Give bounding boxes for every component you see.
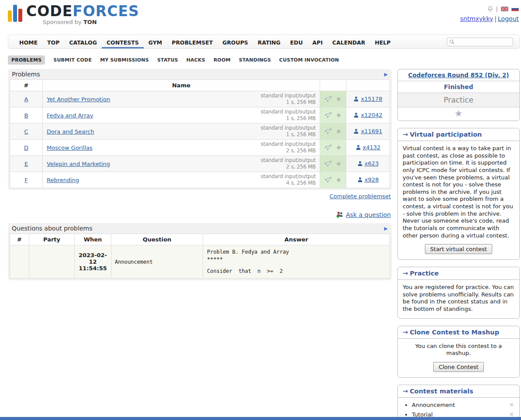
tab-room[interactable]: ROOM: [214, 57, 231, 63]
solved-count-link[interactable]: x11691: [353, 128, 382, 134]
nav-item-rating[interactable]: RATING: [253, 35, 285, 48]
favorite-star-icon[interactable]: ★: [336, 111, 342, 119]
clone-mashup-box: →Clone Contest to Mashup You can clone t…: [397, 326, 520, 378]
header-right: | sntmxykky|Logout: [460, 3, 520, 32]
search-box[interactable]: [447, 38, 513, 46]
contest-star-icon[interactable]: ★: [455, 108, 463, 119]
complete-problemset-link[interactable]: Complete problemset: [330, 193, 391, 200]
ask-question-link[interactable]: Ask a question: [346, 211, 391, 218]
problem-constraints: standard input/output4 s, 256 MB: [261, 173, 316, 186]
problem-name-link[interactable]: Dora and Search: [47, 128, 94, 135]
problem-name-link[interactable]: Moscow Gorillas: [47, 145, 93, 151]
tab-submit-code[interactable]: SUBMIT CODE: [53, 57, 92, 63]
contest-mode: Practice: [398, 93, 519, 107]
problem-index-link[interactable]: A: [24, 96, 28, 103]
contest-info-box: Codeforces Round 852 (Div. 2) Finished P…: [397, 69, 520, 121]
sponsored-by-ton: Sponsored by TON: [43, 19, 139, 25]
favorite-star-icon[interactable]: ★: [336, 144, 342, 151]
close-icon[interactable]: ×: [509, 401, 514, 408]
contest-materials-box: →Contest materials Announcement × Tutori…: [397, 385, 520, 420]
problem-index-link[interactable]: F: [24, 177, 28, 183]
virtual-participation-text: Virtual contest is a way to take part in…: [403, 145, 514, 239]
problem-index-link[interactable]: E: [24, 161, 28, 167]
separator: |: [496, 6, 498, 12]
solved-count-link[interactable]: x15178: [353, 96, 382, 102]
problem-index-link[interactable]: C: [24, 128, 28, 135]
col-solved: [346, 80, 390, 91]
caption-arrow-icon[interactable]: ▶: [384, 72, 388, 77]
favorite-star-icon[interactable]: ★: [336, 127, 342, 135]
solved-count-link[interactable]: x928: [357, 176, 379, 183]
nav-item-problemset[interactable]: PROBLEMSET: [167, 35, 217, 48]
tab-hacks[interactable]: HACKS: [186, 57, 205, 63]
submit-icon[interactable]: [324, 96, 332, 103]
nav-item-calendar[interactable]: CALENDAR: [328, 35, 370, 48]
nav-item-top[interactable]: TOP: [42, 35, 64, 48]
person-icon: [355, 145, 361, 150]
nav-item-catalog[interactable]: CATALOG: [64, 35, 102, 48]
nav-item-home[interactable]: HOME: [14, 35, 42, 48]
box-title: →Virtual participation: [398, 128, 519, 141]
clone-contest-button[interactable]: Clone Contest: [433, 362, 483, 372]
arrow-icon: →: [403, 388, 408, 395]
logout-link[interactable]: Logout: [498, 15, 519, 22]
tab-standings[interactable]: STANDINGS: [239, 57, 271, 63]
codeforces-logo[interactable]: CODEFORCES Sponsored by TON: [8, 3, 139, 32]
nav-item-edu[interactable]: EDU: [285, 35, 307, 48]
search-icon: [449, 39, 455, 45]
submit-icon[interactable]: [324, 128, 332, 135]
col-index: #: [10, 80, 43, 91]
nav-item-help[interactable]: HELP: [370, 35, 395, 48]
table-row: E Velepin and Marketing standard input/o…: [10, 156, 390, 172]
main-column: Problems ▶ # Name A Yet Another Promot: [8, 69, 392, 280]
person-icon: [357, 161, 363, 166]
start-virtual-contest-button[interactable]: Start virtual contest: [425, 244, 492, 254]
problem-name-link[interactable]: Rebrending: [47, 177, 79, 183]
favorite-star-icon[interactable]: ★: [336, 95, 342, 103]
person-icon: [353, 112, 359, 118]
submit-icon[interactable]: [324, 161, 332, 167]
separator: |: [494, 15, 497, 22]
tab-problems[interactable]: PROBLEMS: [8, 55, 45, 65]
questions-header-row: # Party When Question Answer: [10, 234, 390, 245]
ru-flag-icon[interactable]: [511, 7, 519, 11]
uk-flag-icon[interactable]: [501, 7, 508, 11]
problem-constraints: standard input/output2 s, 256 MB: [261, 141, 316, 154]
caption-arrow-icon[interactable]: ▶: [384, 226, 388, 231]
tab-status[interactable]: STATUS: [157, 57, 178, 63]
nav-item-contests[interactable]: CONTESTS: [102, 35, 144, 48]
arrow-icon: →: [403, 131, 408, 138]
question-answer: Problem B. Fedya and Array ***** Conside…: [203, 245, 390, 279]
submit-icon[interactable]: [324, 177, 332, 183]
practice-text: You are registered for practice. You can…: [403, 284, 514, 313]
contest-title-link[interactable]: Codeforces Round 852 (Div. 2): [408, 72, 509, 79]
nav-item-api[interactable]: API: [307, 35, 328, 48]
box-title: →Practice: [398, 267, 519, 280]
problem-constraints: standard input/output1 s, 256 MB: [261, 125, 316, 138]
submit-icon[interactable]: [324, 112, 332, 119]
material-item-announcement[interactable]: Announcement ×: [412, 402, 514, 408]
nav-item-gym[interactable]: GYM: [144, 35, 167, 48]
solved-count-link[interactable]: x12042: [353, 112, 382, 118]
question-when: 2023-02-12 11:54:55: [75, 245, 111, 279]
problem-index-link[interactable]: D: [24, 145, 28, 151]
problem-name-link[interactable]: Fedya and Array: [47, 112, 93, 119]
favorite-star-icon[interactable]: ★: [336, 176, 342, 184]
submit-icon[interactable]: [324, 145, 332, 151]
search-input[interactable]: [456, 38, 508, 45]
username-link[interactable]: sntmxykky: [460, 15, 493, 22]
contest-tabs: PROBLEMS SUBMIT CODE MY SUBMISSIONS STAT…: [8, 55, 520, 65]
nav-item-groups[interactable]: GROUPS: [217, 35, 253, 48]
close-icon[interactable]: ×: [509, 411, 514, 417]
problem-name-link[interactable]: Yet Another Promotion: [47, 96, 110, 103]
col-name: Name: [43, 80, 320, 91]
solved-count-link[interactable]: x623: [357, 160, 379, 167]
problem-index-link[interactable]: B: [24, 112, 28, 119]
tab-custom-invocation[interactable]: CUSTOM INVOCATION: [279, 57, 339, 63]
bell-icon[interactable]: [487, 6, 493, 12]
tab-my-submissions[interactable]: MY SUBMISSIONS: [100, 57, 149, 63]
favorite-star-icon[interactable]: ★: [336, 160, 342, 168]
solved-count-link[interactable]: x4132: [355, 144, 381, 151]
problem-name-link[interactable]: Velepin and Marketing: [47, 161, 110, 167]
question-row: 2023-02-12 11:54:55 Announcement Problem…: [10, 245, 390, 279]
